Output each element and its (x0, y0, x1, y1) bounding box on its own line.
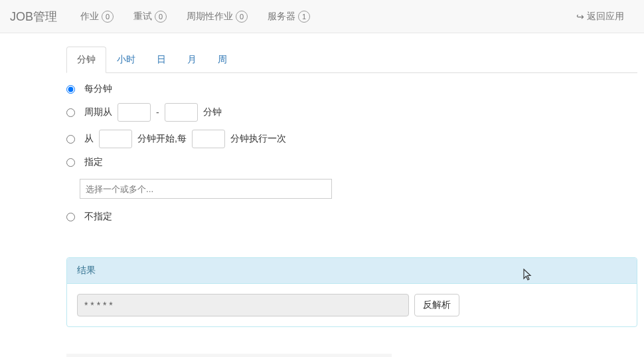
cron-expression-input[interactable] (77, 294, 409, 316)
cron-tabs: 分钟 小时 日 月 周 (66, 47, 637, 73)
nav-count-badge: 0 (236, 11, 248, 23)
nav-items: 作业 0 重试 0 周期性作业 0 服务器 1 (70, 1, 566, 33)
radio-cycle[interactable] (66, 108, 75, 117)
nav-label: 周期性作业 (187, 11, 233, 23)
tab-hour[interactable]: 小时 (106, 47, 146, 73)
label-unspecify: 不指定 (84, 211, 112, 223)
nav-label: 服务器 (268, 11, 295, 23)
from-start-input[interactable] (99, 130, 132, 148)
nav-jobs[interactable]: 作业 0 (70, 1, 123, 33)
result-panel: 结果 反解析 (66, 257, 637, 327)
cycle-to-input[interactable] (165, 103, 198, 122)
navbar: JOB管理 作业 0 重试 0 周期性作业 0 服务器 1 ↪ 返回应用 (0, 0, 644, 33)
label-from-prefix: 从 (84, 133, 94, 145)
tab-week[interactable]: 周 (207, 47, 238, 73)
radio-specify[interactable] (66, 158, 75, 167)
nav-label: 作业 (80, 11, 99, 23)
tab-minute[interactable]: 分钟 (66, 47, 106, 73)
tab-day[interactable]: 日 (146, 47, 177, 73)
label-from-mid: 分钟开始,每 (137, 133, 187, 145)
result-heading: 结果 (67, 258, 637, 284)
back-label: 返回应用 (587, 11, 624, 23)
nav-label: 重试 (133, 11, 152, 23)
footer: Github 时间: 5/28/2019 6:34:11 PM 耗时: 12.9… (66, 354, 392, 357)
main-container: 分钟 小时 日 月 周 每分钟 周期从 - 分钟 从 分钟开始,每 分钟执行一次 (0, 33, 637, 327)
result-body: 反解析 (67, 284, 637, 326)
from-step-input[interactable] (192, 130, 225, 148)
label-every-minute: 每分钟 (84, 83, 112, 95)
radio-every-minute[interactable] (66, 85, 75, 94)
option-every-row: 每分钟 (66, 83, 637, 95)
option-from-row: 从 分钟开始,每 分钟执行一次 (66, 130, 637, 148)
back-icon: ↪ (576, 11, 584, 22)
tab-month[interactable]: 月 (177, 47, 207, 73)
radio-from[interactable] (66, 135, 75, 144)
nav-servers[interactable]: 服务器 1 (258, 1, 320, 33)
brand-title: JOB管理 (10, 9, 57, 25)
reverse-parse-button[interactable]: 反解析 (414, 294, 459, 316)
cycle-from-input[interactable] (118, 103, 151, 122)
back-to-app-link[interactable]: ↪ 返回应用 (566, 1, 634, 33)
option-unspecify-row: 不指定 (66, 211, 637, 223)
option-cycle-row: 周期从 - 分钟 (66, 103, 637, 122)
specify-multi-input[interactable] (80, 179, 332, 199)
multi-select-wrap (66, 176, 637, 199)
label-cycle-prefix: 周期从 (84, 106, 112, 118)
tab-content-minute: 每分钟 周期从 - 分钟 从 分钟开始,每 分钟执行一次 指定 不指定 (66, 73, 637, 241)
label-specify: 指定 (84, 156, 103, 168)
nav-count-badge: 0 (155, 11, 167, 23)
label-from-suffix: 分钟执行一次 (230, 133, 286, 145)
nav-recurring[interactable]: 周期性作业 0 (177, 1, 258, 33)
radio-unspecify[interactable] (66, 213, 75, 221)
nav-count-badge: 1 (298, 11, 310, 23)
nav-count-badge: 0 (102, 11, 114, 23)
option-specify-row: 指定 (66, 156, 637, 168)
label-cycle-suffix: 分钟 (203, 106, 222, 118)
nav-retries[interactable]: 重试 0 (123, 1, 177, 33)
label-cycle-dash: - (156, 107, 159, 118)
